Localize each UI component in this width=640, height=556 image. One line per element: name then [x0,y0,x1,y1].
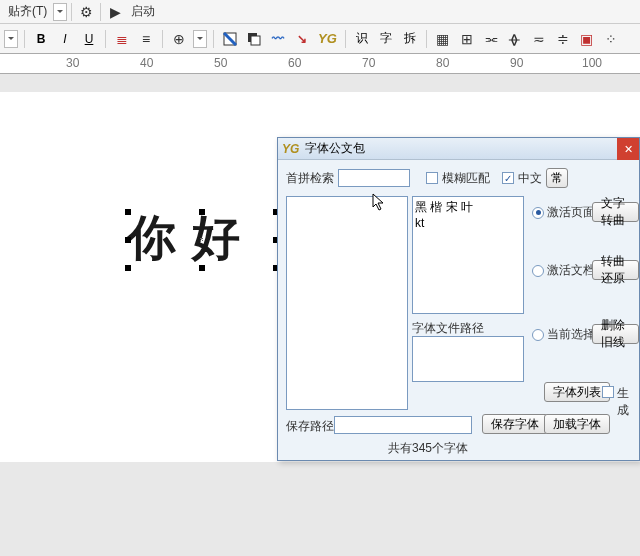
style-dropdown[interactable] [4,30,18,48]
save-path-label: 保存路径 [286,418,334,435]
ruler-tick: 40 [140,56,153,70]
chinese-checkbox[interactable] [502,172,514,184]
bold-button[interactable]: B [31,29,51,49]
delete-old-line-button[interactable]: 删除旧线 [592,324,639,344]
char-recognize-button[interactable]: 识 [352,29,372,49]
search-row: 首拼检索 模糊匹配 中文 常 [286,168,631,188]
char-font-button[interactable]: 字 [376,29,396,49]
handle-top-mid[interactable] [199,209,205,215]
dialog-titlebar[interactable]: YG 字体公文包 ✕ [278,138,639,160]
yg-logo-icon: YG [282,142,299,156]
gear-icon[interactable]: ⚙ [76,2,96,22]
baseline-icon[interactable]: ≂ [529,29,549,49]
separator [213,30,214,48]
dialog-title: 字体公文包 [305,140,365,157]
yg-tool-icon[interactable]: YG [316,29,339,49]
toolbar-format: B I U ≣ ≡ ⊕ 〰 ↘ YG 识 字 拆 ▦ ⊞ ⫘ ᚖ ≂ ≑ ▣ ⁘ [0,24,640,54]
preview-line: 黑 楷 宋 叶 [415,199,521,216]
separator [345,30,346,48]
handle-mid-left[interactable] [125,237,131,243]
fuzzy-checkbox[interactable] [426,172,438,184]
handle-bot-left[interactable] [125,265,131,271]
ruler-tick: 90 [510,56,523,70]
generate-checkbox[interactable] [602,386,614,398]
svg-rect-2 [251,36,260,45]
list-icon[interactable]: ≡ [136,29,156,49]
ruler-tick: 80 [436,56,449,70]
fuzzy-label: 模糊匹配 [442,170,490,187]
text-to-curve-button[interactable]: 文字转曲 [592,202,639,222]
dialog-body: 首拼检索 模糊匹配 中文 常 黑 楷 宋 叶 kt 激活页面 文字转曲 激活文档… [278,160,639,460]
play-icon[interactable]: ▶ [105,2,125,22]
activate-doc-label: 激活文档 [547,262,595,279]
generate-label: 生成 [617,385,639,419]
toolbar-top: 贴齐(T) ⚙ ▶ 启动 [0,0,640,24]
spacing-icon[interactable]: ᚖ [505,29,525,49]
handle-bot-mid[interactable] [199,265,205,271]
ruler-tick: 60 [288,56,301,70]
layout-icon[interactable]: ⊞ [457,29,477,49]
common-button[interactable]: 常 [546,168,568,188]
separator [24,30,25,48]
shape-icon[interactable] [244,29,264,49]
save-font-button[interactable]: 保存字体 [482,414,548,434]
activate-page-radio[interactable] [532,207,544,219]
activate-page-label: 激活页面 [547,204,595,221]
ruler-tick: 100 [582,56,602,70]
curve-restore-button[interactable]: 转曲还原 [592,260,639,280]
highlight-icon[interactable]: ▣ [577,29,597,49]
align-menu[interactable]: 贴齐(T) [4,3,51,20]
total-fonts-label: 共有345个字体 [388,440,468,457]
font-path-label: 字体文件路径 [412,320,484,337]
activate-doc-radio[interactable] [532,265,544,277]
current-selection-radio[interactable] [532,329,544,341]
align-v-icon[interactable]: ≑ [553,29,573,49]
font-list[interactable] [286,196,408,410]
load-font-button[interactable]: 加载字体 [544,414,610,434]
save-path-input[interactable] [334,416,472,434]
launch-button[interactable]: 启动 [127,3,159,20]
separator [71,3,72,21]
current-selection-label: 当前选择 [547,326,595,343]
wave-icon[interactable]: 〰 [268,29,288,49]
search-input[interactable] [338,169,410,187]
chinese-label: 中文 [518,170,542,187]
selection-icon[interactable]: ⁘ [601,29,621,49]
search-label: 首拼检索 [286,170,334,187]
font-list-button[interactable]: 字体列表 [544,382,610,402]
font-package-dialog: YG 字体公文包 ✕ 首拼检索 模糊匹配 中文 常 黑 楷 宋 叶 kt 激活页… [277,137,640,461]
selection-box[interactable]: 你 好 [128,212,276,268]
font-preview: 黑 楷 宋 叶 kt [412,196,524,314]
separator [426,30,427,48]
target-icon[interactable]: ⊕ [169,29,189,49]
char-split-button[interactable]: 拆 [400,29,420,49]
font-path-box[interactable] [412,336,524,382]
target-dropdown[interactable] [193,30,207,48]
grid-icon[interactable]: ▦ [433,29,453,49]
horizontal-ruler: 30 40 50 60 70 80 90 100 [0,54,640,74]
underline-button[interactable]: U [79,29,99,49]
arrow-icon[interactable]: ↘ [292,29,312,49]
separator [105,30,106,48]
italic-button[interactable]: I [55,29,75,49]
chain-icon[interactable]: ⫘ [481,29,501,49]
center-marker [200,238,203,241]
ruler-tick: 50 [214,56,227,70]
ruler-tick: 30 [66,56,79,70]
separator [100,3,101,21]
close-icon[interactable]: ✕ [617,138,639,160]
indent-icon[interactable]: ≣ [112,29,132,49]
handle-top-left[interactable] [125,209,131,215]
ruler-tick: 70 [362,56,375,70]
separator [162,30,163,48]
flag-icon[interactable] [220,29,240,49]
preview-line: kt [415,216,521,230]
align-dropdown[interactable] [53,3,67,21]
